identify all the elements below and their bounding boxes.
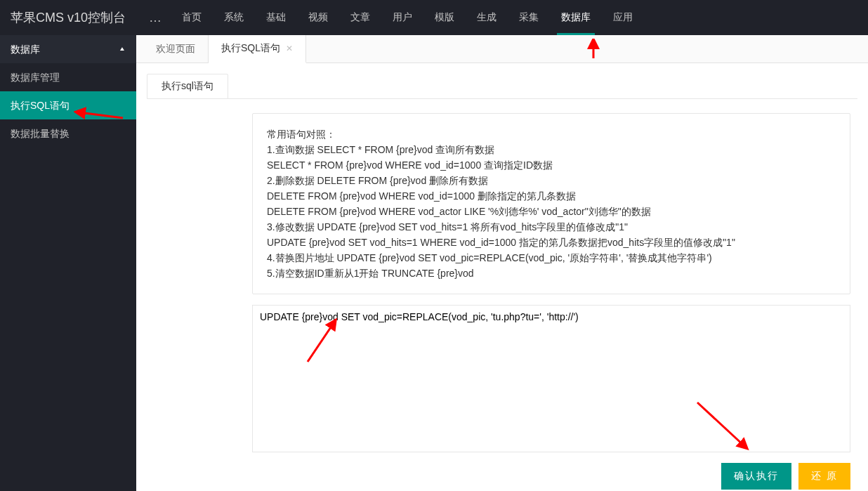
inner-tab-sql[interactable]: 执行sql语句 — [147, 74, 228, 99]
top-menu-item[interactable]: 采集 — [508, 0, 550, 35]
help-line: 1.查询数据 SELECT * FROM {pre}vod 查询所有数据 — [267, 142, 836, 157]
sidebar-group[interactable]: 数据库 ▲ — [0, 35, 136, 63]
top-menu-item[interactable]: 文章 — [339, 0, 381, 35]
sidebar-group-label: 数据库 — [11, 35, 40, 63]
help-line: 3.修改数据 UPDATE {pre}vod SET vod_hits=1 将所… — [267, 219, 836, 235]
top-menu-item[interactable]: 基础 — [255, 0, 297, 35]
page-body: 执行sql语句 常用语句对照：1.查询数据 SELECT * FROM {pre… — [136, 63, 868, 491]
tab[interactable]: 执行SQL语句✕ — [209, 35, 306, 63]
close-icon[interactable]: ✕ — [286, 44, 293, 53]
help-line: 4.替换图片地址 UPDATE {pre}vod SET vod_pic=REP… — [267, 250, 836, 266]
top-bar: 苹果CMS v10控制台 … 首页系统基础视频文章用户模版生成采集数据库应用 — [0, 0, 868, 35]
sidebar-item[interactable]: 数据库管理 — [0, 63, 136, 91]
top-menu-item[interactable]: 模版 — [423, 0, 466, 35]
top-menu-item[interactable]: 用户 — [381, 0, 423, 35]
reset-button[interactable]: 还 原 — [798, 463, 850, 490]
top-menu-item[interactable]: 首页 — [171, 0, 213, 35]
confirm-execute-button[interactable]: 确认执行 — [721, 463, 791, 490]
top-menu-item[interactable]: 生成 — [466, 0, 508, 35]
more-icon[interactable]: … — [140, 11, 171, 25]
sidebar-items: 数据库管理执行SQL语句数据批量替换 — [0, 63, 136, 148]
help-line: DELETE FROM {pre}vod WHERE vod_id=1000 删… — [267, 188, 836, 204]
sidebar-item[interactable]: 数据批量替换 — [0, 119, 136, 148]
top-menu-item[interactable]: 系统 — [213, 0, 255, 35]
tab-label: 执行SQL语句 — [221, 42, 280, 55]
top-menu-item[interactable]: 视频 — [297, 0, 339, 35]
inner-tabs: 执行sql语句 — [147, 74, 857, 99]
sidebar-item[interactable]: 执行SQL语句 — [0, 91, 136, 119]
sql-input[interactable] — [252, 305, 850, 452]
top-menu: 首页系统基础视频文章用户模版生成采集数据库应用 — [171, 0, 644, 35]
help-line: SELECT * FROM {pre}vod WHERE vod_id=1000… — [267, 157, 836, 173]
sql-editor-area — [252, 305, 850, 454]
help-line: 常用语句对照： — [267, 126, 836, 142]
tab-label: 欢迎页面 — [156, 43, 195, 55]
help-line: DELETE FROM {pre}vod WHERE vod_actor LIK… — [267, 204, 836, 219]
help-line: 2.删除数据 DELETE FROM {pre}vod 删除所有数据 — [267, 173, 836, 188]
work-area: 欢迎页面执行SQL语句✕ 执行sql语句 常用语句对照：1.查询数据 SELEC… — [136, 35, 868, 491]
button-row: 确认执行 还 原 — [147, 463, 850, 490]
help-line: 5.清空数据ID重新从1开始 TRUNCATE {pre}vod — [267, 266, 836, 281]
sql-help-panel: 常用语句对照：1.查询数据 SELECT * FROM {pre}vod 查询所… — [252, 113, 850, 294]
help-line: UPDATE {pre}vod SET vod_hits=1 WHERE vod… — [267, 235, 836, 250]
brand-title: 苹果CMS v10控制台 — [0, 0, 140, 35]
chevron-up-icon: ▲ — [119, 38, 126, 60]
top-menu-item[interactable]: 数据库 — [550, 0, 602, 35]
sidebar: 数据库 ▲ 数据库管理执行SQL语句数据批量替换 — [0, 35, 136, 491]
tab-strip: 欢迎页面执行SQL语句✕ — [136, 35, 868, 63]
top-menu-item[interactable]: 应用 — [602, 0, 644, 35]
tab[interactable]: 欢迎页面 — [143, 35, 209, 63]
